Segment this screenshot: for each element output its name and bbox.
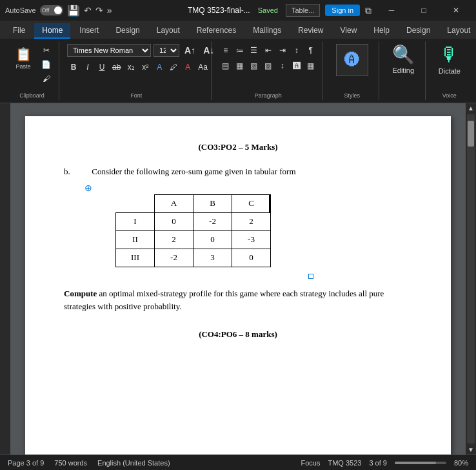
- justify-button[interactable]: ▨: [262, 59, 275, 72]
- zoom-slider[interactable]: [395, 462, 446, 464]
- autosave-toggle[interactable]: Off: [40, 5, 63, 15]
- change-case-button[interactable]: Aa: [195, 61, 210, 74]
- italic-button[interactable]: I: [81, 61, 94, 74]
- numbering-button[interactable]: ≔: [233, 44, 246, 57]
- shading-button[interactable]: 🅰: [290, 59, 303, 72]
- align-left-button[interactable]: ▤: [219, 59, 232, 72]
- tab-design2[interactable]: Design: [399, 23, 438, 39]
- maximize-button[interactable]: □: [409, 0, 439, 21]
- row1-b[interactable]: -2: [193, 212, 232, 230]
- paste-label: Paste: [15, 63, 30, 70]
- signin-button[interactable]: Sign in: [325, 5, 360, 16]
- table-button[interactable]: Table...: [286, 4, 320, 17]
- tab-mailings[interactable]: Mailings: [245, 23, 289, 39]
- editing-content: 🔍 Editing: [387, 41, 420, 77]
- line-spacing-button[interactable]: ↕: [276, 59, 289, 72]
- saved-badge: Saved: [258, 6, 278, 14]
- dictate-icon: 🎙: [440, 44, 459, 66]
- zoom-fill: [395, 462, 436, 464]
- superscript-button[interactable]: x²: [139, 61, 152, 74]
- header-a: A: [155, 194, 193, 212]
- bold-button[interactable]: B: [67, 61, 80, 74]
- sort-button[interactable]: ↕: [290, 44, 303, 57]
- table-resize-handle[interactable]: [308, 274, 313, 279]
- cursor-col: [271, 194, 310, 212]
- scroll-thumb[interactable]: [468, 121, 474, 147]
- status-bar: Page 3 of 9 750 words English (United St…: [0, 455, 476, 470]
- minimize-button[interactable]: ─: [377, 0, 406, 21]
- row1-c[interactable]: 2: [232, 212, 271, 230]
- resize-icon[interactable]: ⧉: [362, 3, 374, 19]
- align-right-button[interactable]: ▧: [248, 59, 261, 72]
- tab-design[interactable]: Design: [108, 23, 147, 39]
- row3-label: III: [116, 249, 155, 267]
- paragraph-group: ≡ ≔ ☰ ⇤ ⇥ ↕ ¶ ▤ ▦ ▧ ▨ ↕ 🅰 ▦ Paragraph: [214, 41, 323, 100]
- clipboard-group: 📋 Paste ✂ 📄 🖌 Clipboard: [5, 41, 59, 100]
- font-row2: B I U ab x₂ x² A 🖊 A Aa: [67, 61, 210, 74]
- tab-layout[interactable]: Layout: [149, 23, 188, 39]
- undo-icon[interactable]: ↶: [84, 5, 92, 15]
- highlight-button[interactable]: 🖊: [167, 61, 180, 74]
- subscript-button[interactable]: x₂: [124, 61, 137, 74]
- multilevel-button[interactable]: ☰: [248, 44, 261, 57]
- tab-home[interactable]: Home: [34, 23, 70, 39]
- scroll-down-icon[interactable]: ▼: [466, 445, 475, 455]
- tab-file[interactable]: File: [5, 23, 33, 39]
- editing-icon: 🔍: [392, 44, 415, 65]
- underline-button[interactable]: U: [95, 61, 108, 74]
- close-button[interactable]: ✕: [441, 0, 471, 21]
- align-center-button[interactable]: ▦: [233, 59, 246, 72]
- tab-review[interactable]: Review: [290, 23, 331, 39]
- tab-references[interactable]: References: [189, 23, 244, 39]
- more-icon[interactable]: »: [107, 5, 112, 15]
- tab-insert[interactable]: Insert: [72, 23, 106, 39]
- row3-a[interactable]: -2: [155, 249, 193, 267]
- strikethrough-button[interactable]: ab: [110, 61, 123, 74]
- bullets-button[interactable]: ≡: [219, 44, 232, 57]
- text-effects-button[interactable]: A: [153, 61, 166, 74]
- tab-view[interactable]: View: [333, 23, 365, 39]
- row1-extra: [271, 212, 310, 230]
- save-icon[interactable]: 💾: [67, 5, 80, 17]
- redo-icon[interactable]: ↷: [95, 5, 103, 15]
- row3-b[interactable]: 3: [193, 249, 232, 267]
- vertical-scrollbar[interactable]: ▲ ▼: [466, 103, 476, 455]
- scroll-up-icon[interactable]: ▲: [466, 103, 475, 113]
- tab-layout2[interactable]: Layout: [439, 23, 476, 39]
- font-face-select[interactable]: Times New Roman: [67, 44, 151, 57]
- scroll-track[interactable]: [467, 114, 475, 444]
- paste-button[interactable]: 📋 Paste: [10, 44, 36, 72]
- decrease-indent-button[interactable]: ⇤: [262, 44, 275, 57]
- borders-button[interactable]: ▦: [304, 59, 317, 72]
- table-wrapper[interactable]: ⊕ A B C: [90, 187, 310, 275]
- format-painter-button[interactable]: 🖌: [39, 72, 54, 85]
- font-size-select[interactable]: 12: [154, 44, 179, 57]
- row2-a[interactable]: 2: [155, 230, 193, 249]
- copy-button[interactable]: 📄: [39, 58, 54, 71]
- styles-icon[interactable]: 🅐: [336, 44, 368, 76]
- table-move-icon[interactable]: ⊕: [84, 181, 92, 196]
- tab-help[interactable]: Help: [366, 23, 397, 39]
- show-marks-button[interactable]: ¶: [304, 44, 317, 57]
- row3-c[interactable]: 0: [232, 249, 271, 267]
- compute-bold: Compute: [64, 289, 97, 298]
- doc-page-area[interactable]: (CO3:PO2 – 5 Marks) b. Consider the foll…: [10, 103, 466, 455]
- row2-c[interactable]: -3: [232, 230, 271, 249]
- row3-extra: [271, 249, 310, 267]
- increase-font-button[interactable]: A↑: [182, 44, 198, 57]
- increase-indent-button[interactable]: ⇥: [276, 44, 289, 57]
- doc-page[interactable]: (CO3:PO2 – 5 Marks) b. Consider the foll…: [25, 116, 451, 455]
- row1-a[interactable]: 0: [155, 212, 193, 230]
- toggle-knob: [54, 6, 62, 14]
- font-color-button[interactable]: A: [181, 61, 194, 74]
- focus-button[interactable]: Focus: [301, 459, 321, 467]
- table-row-1: I 0 -2 2: [116, 212, 310, 230]
- autosave-label: AutoSave: [5, 6, 36, 14]
- doc-title: TMQ 3523-final-...: [188, 6, 250, 15]
- cut-button[interactable]: ✂: [39, 44, 54, 57]
- clipboard-label: Clipboard: [10, 92, 54, 100]
- voice-group: 🎙 Dictate Voice: [428, 41, 471, 100]
- font-label: Font: [67, 92, 206, 100]
- styles-group: 🅐 Styles: [326, 41, 379, 100]
- row2-b[interactable]: 0: [193, 230, 232, 249]
